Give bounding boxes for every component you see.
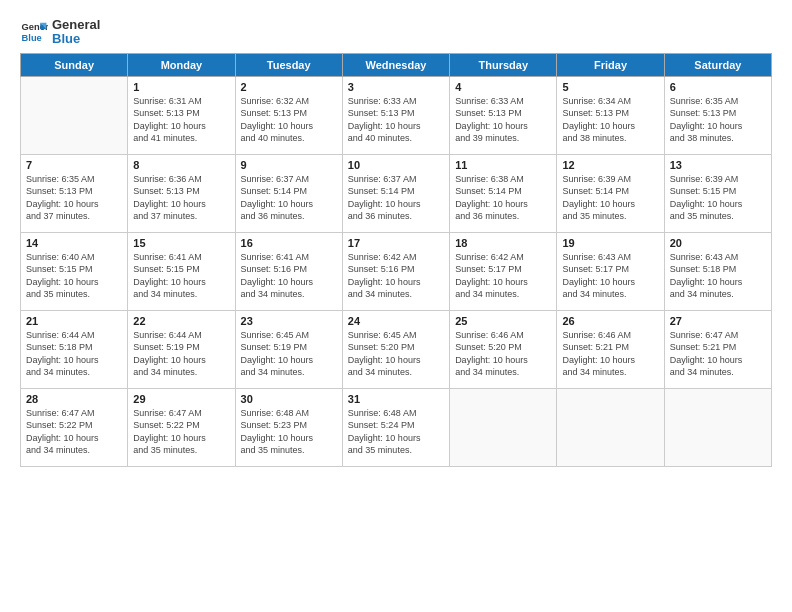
day-number: 14 (26, 237, 122, 249)
calendar-cell: 21Sunrise: 6:44 AM Sunset: 5:18 PM Dayli… (21, 310, 128, 388)
day-number: 18 (455, 237, 551, 249)
day-number: 24 (348, 315, 444, 327)
day-number: 21 (26, 315, 122, 327)
calendar-cell: 1Sunrise: 6:31 AM Sunset: 5:13 PM Daylig… (128, 76, 235, 154)
day-number: 17 (348, 237, 444, 249)
logo-icon: General Blue (20, 18, 48, 46)
weekday-header-monday: Monday (128, 53, 235, 76)
calendar-cell: 16Sunrise: 6:41 AM Sunset: 5:16 PM Dayli… (235, 232, 342, 310)
week-row-5: 28Sunrise: 6:47 AM Sunset: 5:22 PM Dayli… (21, 388, 772, 466)
weekday-header-saturday: Saturday (664, 53, 771, 76)
day-info: Sunrise: 6:33 AM Sunset: 5:13 PM Dayligh… (455, 95, 551, 145)
calendar-cell: 12Sunrise: 6:39 AM Sunset: 5:14 PM Dayli… (557, 154, 664, 232)
day-number: 3 (348, 81, 444, 93)
day-info: Sunrise: 6:47 AM Sunset: 5:22 PM Dayligh… (26, 407, 122, 457)
day-number: 4 (455, 81, 551, 93)
week-row-1: 1Sunrise: 6:31 AM Sunset: 5:13 PM Daylig… (21, 76, 772, 154)
day-number: 6 (670, 81, 766, 93)
calendar-cell: 26Sunrise: 6:46 AM Sunset: 5:21 PM Dayli… (557, 310, 664, 388)
day-number: 26 (562, 315, 658, 327)
day-number: 10 (348, 159, 444, 171)
day-info: Sunrise: 6:48 AM Sunset: 5:23 PM Dayligh… (241, 407, 337, 457)
calendar-cell: 8Sunrise: 6:36 AM Sunset: 5:13 PM Daylig… (128, 154, 235, 232)
day-number: 12 (562, 159, 658, 171)
calendar-cell (557, 388, 664, 466)
weekday-header-wednesday: Wednesday (342, 53, 449, 76)
weekday-header-tuesday: Tuesday (235, 53, 342, 76)
day-number: 22 (133, 315, 229, 327)
day-number: 30 (241, 393, 337, 405)
calendar-cell: 17Sunrise: 6:42 AM Sunset: 5:16 PM Dayli… (342, 232, 449, 310)
calendar-cell: 9Sunrise: 6:37 AM Sunset: 5:14 PM Daylig… (235, 154, 342, 232)
calendar-cell: 27Sunrise: 6:47 AM Sunset: 5:21 PM Dayli… (664, 310, 771, 388)
calendar-cell: 2Sunrise: 6:32 AM Sunset: 5:13 PM Daylig… (235, 76, 342, 154)
calendar-cell: 18Sunrise: 6:42 AM Sunset: 5:17 PM Dayli… (450, 232, 557, 310)
day-info: Sunrise: 6:46 AM Sunset: 5:21 PM Dayligh… (562, 329, 658, 379)
calendar-cell: 4Sunrise: 6:33 AM Sunset: 5:13 PM Daylig… (450, 76, 557, 154)
day-number: 16 (241, 237, 337, 249)
day-number: 1 (133, 81, 229, 93)
logo-text: General Blue (52, 18, 100, 47)
day-info: Sunrise: 6:38 AM Sunset: 5:14 PM Dayligh… (455, 173, 551, 223)
day-info: Sunrise: 6:46 AM Sunset: 5:20 PM Dayligh… (455, 329, 551, 379)
calendar-cell: 23Sunrise: 6:45 AM Sunset: 5:19 PM Dayli… (235, 310, 342, 388)
weekday-header-thursday: Thursday (450, 53, 557, 76)
day-number: 31 (348, 393, 444, 405)
day-info: Sunrise: 6:35 AM Sunset: 5:13 PM Dayligh… (670, 95, 766, 145)
calendar-cell: 19Sunrise: 6:43 AM Sunset: 5:17 PM Dayli… (557, 232, 664, 310)
calendar-cell: 10Sunrise: 6:37 AM Sunset: 5:14 PM Dayli… (342, 154, 449, 232)
calendar-cell: 30Sunrise: 6:48 AM Sunset: 5:23 PM Dayli… (235, 388, 342, 466)
day-info: Sunrise: 6:37 AM Sunset: 5:14 PM Dayligh… (241, 173, 337, 223)
calendar-cell: 20Sunrise: 6:43 AM Sunset: 5:18 PM Dayli… (664, 232, 771, 310)
day-info: Sunrise: 6:40 AM Sunset: 5:15 PM Dayligh… (26, 251, 122, 301)
calendar-cell: 6Sunrise: 6:35 AM Sunset: 5:13 PM Daylig… (664, 76, 771, 154)
calendar-table: SundayMondayTuesdayWednesdayThursdayFrid… (20, 53, 772, 467)
day-number: 7 (26, 159, 122, 171)
weekday-header-sunday: Sunday (21, 53, 128, 76)
weekday-header-friday: Friday (557, 53, 664, 76)
day-number: 9 (241, 159, 337, 171)
day-info: Sunrise: 6:47 AM Sunset: 5:21 PM Dayligh… (670, 329, 766, 379)
calendar-cell: 15Sunrise: 6:41 AM Sunset: 5:15 PM Dayli… (128, 232, 235, 310)
day-info: Sunrise: 6:48 AM Sunset: 5:24 PM Dayligh… (348, 407, 444, 457)
calendar-cell: 31Sunrise: 6:48 AM Sunset: 5:24 PM Dayli… (342, 388, 449, 466)
calendar-cell: 24Sunrise: 6:45 AM Sunset: 5:20 PM Dayli… (342, 310, 449, 388)
day-info: Sunrise: 6:47 AM Sunset: 5:22 PM Dayligh… (133, 407, 229, 457)
day-info: Sunrise: 6:31 AM Sunset: 5:13 PM Dayligh… (133, 95, 229, 145)
day-info: Sunrise: 6:33 AM Sunset: 5:13 PM Dayligh… (348, 95, 444, 145)
day-info: Sunrise: 6:44 AM Sunset: 5:18 PM Dayligh… (26, 329, 122, 379)
calendar-cell (21, 76, 128, 154)
day-info: Sunrise: 6:44 AM Sunset: 5:19 PM Dayligh… (133, 329, 229, 379)
day-number: 11 (455, 159, 551, 171)
day-info: Sunrise: 6:34 AM Sunset: 5:13 PM Dayligh… (562, 95, 658, 145)
day-info: Sunrise: 6:39 AM Sunset: 5:15 PM Dayligh… (670, 173, 766, 223)
calendar-cell: 7Sunrise: 6:35 AM Sunset: 5:13 PM Daylig… (21, 154, 128, 232)
week-row-3: 14Sunrise: 6:40 AM Sunset: 5:15 PM Dayli… (21, 232, 772, 310)
day-info: Sunrise: 6:42 AM Sunset: 5:17 PM Dayligh… (455, 251, 551, 301)
calendar-cell: 13Sunrise: 6:39 AM Sunset: 5:15 PM Dayli… (664, 154, 771, 232)
day-number: 8 (133, 159, 229, 171)
day-number: 19 (562, 237, 658, 249)
week-row-4: 21Sunrise: 6:44 AM Sunset: 5:18 PM Dayli… (21, 310, 772, 388)
day-info: Sunrise: 6:43 AM Sunset: 5:18 PM Dayligh… (670, 251, 766, 301)
day-info: Sunrise: 6:42 AM Sunset: 5:16 PM Dayligh… (348, 251, 444, 301)
calendar-cell: 3Sunrise: 6:33 AM Sunset: 5:13 PM Daylig… (342, 76, 449, 154)
calendar-cell: 25Sunrise: 6:46 AM Sunset: 5:20 PM Dayli… (450, 310, 557, 388)
day-info: Sunrise: 6:41 AM Sunset: 5:16 PM Dayligh… (241, 251, 337, 301)
day-info: Sunrise: 6:32 AM Sunset: 5:13 PM Dayligh… (241, 95, 337, 145)
weekday-header-row: SundayMondayTuesdayWednesdayThursdayFrid… (21, 53, 772, 76)
day-number: 20 (670, 237, 766, 249)
day-info: Sunrise: 6:45 AM Sunset: 5:19 PM Dayligh… (241, 329, 337, 379)
day-number: 23 (241, 315, 337, 327)
calendar-cell: 22Sunrise: 6:44 AM Sunset: 5:19 PM Dayli… (128, 310, 235, 388)
day-info: Sunrise: 6:39 AM Sunset: 5:14 PM Dayligh… (562, 173, 658, 223)
calendar-cell: 29Sunrise: 6:47 AM Sunset: 5:22 PM Dayli… (128, 388, 235, 466)
week-row-2: 7Sunrise: 6:35 AM Sunset: 5:13 PM Daylig… (21, 154, 772, 232)
calendar-cell: 5Sunrise: 6:34 AM Sunset: 5:13 PM Daylig… (557, 76, 664, 154)
logo: General Blue General Blue (20, 18, 100, 47)
calendar-cell: 14Sunrise: 6:40 AM Sunset: 5:15 PM Dayli… (21, 232, 128, 310)
calendar-cell: 28Sunrise: 6:47 AM Sunset: 5:22 PM Dayli… (21, 388, 128, 466)
day-info: Sunrise: 6:45 AM Sunset: 5:20 PM Dayligh… (348, 329, 444, 379)
day-info: Sunrise: 6:37 AM Sunset: 5:14 PM Dayligh… (348, 173, 444, 223)
calendar-cell (664, 388, 771, 466)
